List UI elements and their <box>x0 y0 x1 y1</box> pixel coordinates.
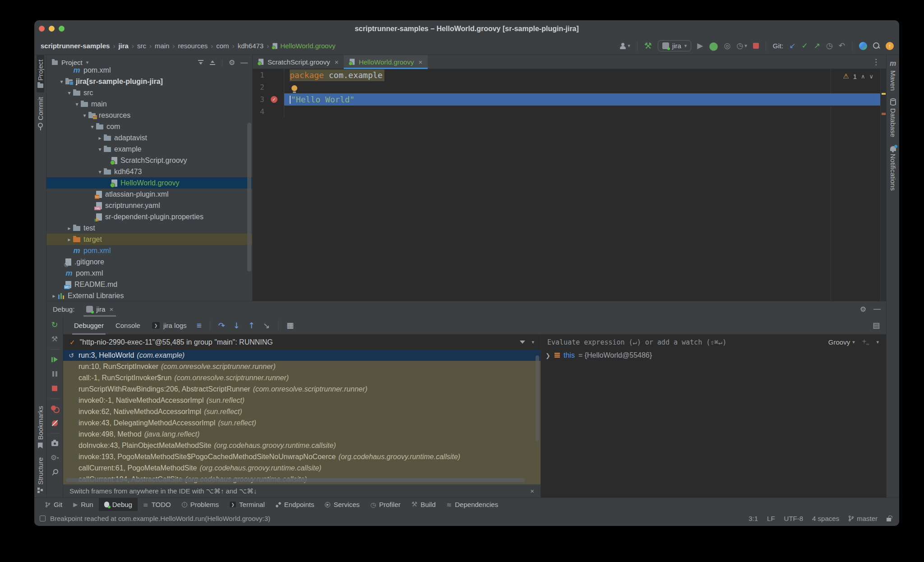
tree-item-helloworld-groovy[interactable]: HelloWorld.groovy <box>46 177 252 189</box>
step-out-icon[interactable]: ↑ <box>248 321 255 330</box>
build-project-button[interactable]: ⚒ <box>644 41 652 50</box>
close-icon[interactable]: × <box>530 487 534 495</box>
editor-gutter[interactable]: 2 <box>253 81 284 93</box>
tree-item-example[interactable]: ▾example <box>46 143 252 155</box>
tree-item-adaptavist[interactable]: ▸adaptavist <box>46 132 252 143</box>
encoding-indicator[interactable]: UTF-8 <box>784 515 804 522</box>
editor-gutter[interactable]: 4 <box>253 106 284 118</box>
warning-stripe-mark[interactable] <box>882 93 886 95</box>
tool-window-quick-access-icon[interactable] <box>40 516 46 521</box>
breakpoint-icon[interactable]: ✓ <box>271 96 277 103</box>
code-text[interactable]: package com.example <box>284 69 886 81</box>
frames-horizontal-scrollbar[interactable] <box>66 478 525 482</box>
restore-layout-icon[interactable]: ▤ <box>873 321 880 330</box>
tree-item-target[interactable]: ▸target <box>46 234 252 245</box>
step-over-icon[interactable]: ↷ <box>218 321 225 330</box>
stop-icon[interactable] <box>50 384 59 393</box>
tree-item-com[interactable]: ▾com <box>46 121 252 132</box>
code-line[interactable]: 4 <box>253 106 886 118</box>
step-into-icon[interactable]: ↓ <box>233 321 240 330</box>
chevron-expanded-icon[interactable]: ▾ <box>65 90 73 96</box>
tool-window-button-debug[interactable]: Debug <box>99 498 138 511</box>
stack-frame[interactable]: invoke:43, DelegatingMethodAccessorImpl(… <box>63 417 541 428</box>
breakpoint-stripe-mark[interactable] <box>882 113 886 115</box>
stack-frame[interactable]: doInvoke:43, PlainObjectMetaMethodSite(o… <box>63 440 541 451</box>
tree-item-sr-dependent-plugin-properties[interactable]: sr-dependent-plugin.properties <box>46 211 252 222</box>
search-everywhere-icon[interactable] <box>873 42 880 49</box>
git-rollback-icon[interactable]: ↶ <box>839 42 845 50</box>
stack-frame[interactable]: invoke0:-1, NativeMethodAccessorImpl(sun… <box>63 395 541 406</box>
debug-settings-wrench-icon[interactable]: ⚒ <box>50 335 59 344</box>
run-button[interactable]: ▶ <box>697 42 703 50</box>
tool-window-button-todo[interactable]: ≡TODO <box>138 498 176 511</box>
expand-watches-icon[interactable]: ▾ <box>876 339 879 345</box>
profile-button[interactable]: ▾ <box>620 43 630 49</box>
editor-body[interactable]: 1package com.example23✓"Hello World"4 ⚠ … <box>253 69 886 301</box>
breadcrumb-item[interactable]: src <box>137 42 146 50</box>
tree-item-scratchscript-groovy[interactable]: ScratchScript.groovy <box>46 155 252 166</box>
chevron-collapsed-icon[interactable]: ❯ <box>545 352 551 359</box>
view-breakpoints-icon[interactable] <box>50 404 59 413</box>
code-text[interactable] <box>284 81 886 93</box>
tool-window-button-endpoints[interactable]: Endpoints <box>270 498 320 511</box>
editor-tab-scratchscript-groovy[interactable]: ScratchScript.groovy× <box>253 55 344 69</box>
chevron-collapsed-icon[interactable]: ▸ <box>50 293 58 299</box>
tool-window-button-profiler[interactable]: ◷Profiler <box>365 498 406 511</box>
chevron-expanded-icon[interactable]: ▾ <box>81 112 88 119</box>
breadcrumb-item[interactable]: HelloWorld.groovy <box>272 42 335 50</box>
hide-library-frames-icon[interactable] <box>520 341 525 344</box>
chevron-collapsed-icon[interactable]: ▸ <box>65 236 73 243</box>
inspections-widget[interactable]: ⚠ 1 ∧ ∨ <box>843 72 873 80</box>
resume-icon[interactable] <box>50 355 59 364</box>
pause-icon[interactable] <box>50 369 59 378</box>
chevron-expanded-icon[interactable]: ▾ <box>73 101 81 107</box>
evaluate-expression-bar[interactable]: Evaluate expression (↵) or add a watch (… <box>541 335 886 350</box>
add-watch-icon[interactable]: +∞ <box>862 337 869 346</box>
stack-frame[interactable]: run:10, RunScriptInvoker(com.onresolve.s… <box>63 361 541 372</box>
indent-indicator[interactable]: 4 spaces <box>812 515 839 522</box>
stack-frame[interactable]: invoke:193, PogoMetaMethodSite$PogoCache… <box>63 451 541 462</box>
git-branch-widget[interactable]: master <box>848 515 878 522</box>
tree-item-kdh6473[interactable]: ▾kdh6473 <box>46 166 252 177</box>
tree-item-atlassian-plugin-xml[interactable]: atlassian-plugin.xml <box>46 189 252 200</box>
tool-strip-item-database[interactable]: Database <box>889 95 897 142</box>
lock-icon[interactable] <box>887 518 891 521</box>
debug-button[interactable]: ⬤ <box>709 42 718 50</box>
close-icon[interactable]: × <box>109 305 113 313</box>
run-configuration-selector[interactable]: jira ▾ <box>658 40 692 51</box>
chevron-collapsed-icon[interactable]: ▸ <box>96 135 104 141</box>
thread-dump-camera-icon[interactable] <box>50 439 59 448</box>
stack-frame[interactable]: callCurrent:61, PogoMetaMethodSite(org.c… <box>63 462 541 474</box>
git-history-icon[interactable]: ◷ <box>826 42 833 50</box>
tool-window-button-problems[interactable]: !Problems <box>176 498 224 511</box>
fullscreen-window-button[interactable] <box>59 26 65 32</box>
intention-bulb-icon[interactable] <box>291 85 297 91</box>
close-tab-icon[interactable]: × <box>334 58 338 66</box>
ide-update-icon[interactable]: ↑ <box>886 42 894 50</box>
breadcrumb-item[interactable]: com <box>216 42 229 50</box>
debugger-tab-debugger[interactable]: Debugger <box>72 317 106 335</box>
chevron-expanded-icon[interactable]: ▾ <box>96 169 104 175</box>
chevron-expanded-icon[interactable]: ▾ <box>58 78 65 85</box>
breadcrumb-item[interactable]: resources <box>178 42 208 50</box>
variable-row[interactable]: ❯this= {HelloWorld@55486} <box>541 350 886 361</box>
tree-item--gitignore[interactable]: .gitignore <box>46 256 252 267</box>
editor-tab-helloworld-groovy[interactable]: HelloWorld.groovy× <box>344 55 428 69</box>
debug-session-tab[interactable]: jira × <box>83 301 116 317</box>
tree-item-test[interactable]: ▸test <box>46 222 252 234</box>
code-text[interactable]: "Hello World" <box>284 93 886 106</box>
close-tab-icon[interactable]: × <box>418 58 422 66</box>
tree-item-pom-xml[interactable]: mpom.xml <box>46 267 252 279</box>
debugger-tab-jira-logs[interactable]: ❯jira logs <box>150 317 189 335</box>
chevron-expanded-icon[interactable]: ▾ <box>88 124 96 130</box>
tool-strip-item-notifications[interactable]: Notifications <box>889 142 897 195</box>
breadcrumb-item[interactable]: kdh6473 <box>238 42 264 50</box>
tool-window-button-dependencies[interactable]: ≋Dependencies <box>441 498 504 511</box>
breadcrumb-item[interactable]: scriptrunner-samples <box>41 42 110 50</box>
breadcrumb-item[interactable]: jira <box>118 42 129 50</box>
stack-frame[interactable]: invoke:498, Method(java.lang.reflect) <box>63 428 541 440</box>
tool-strip-item-project[interactable]: Project <box>37 55 44 92</box>
chevron-expanded-icon[interactable]: ▾ <box>96 146 104 152</box>
tree-item-external-libraries[interactable]: ▸External Libraries <box>46 290 252 301</box>
tool-window-button-git[interactable]: Git <box>40 498 68 511</box>
